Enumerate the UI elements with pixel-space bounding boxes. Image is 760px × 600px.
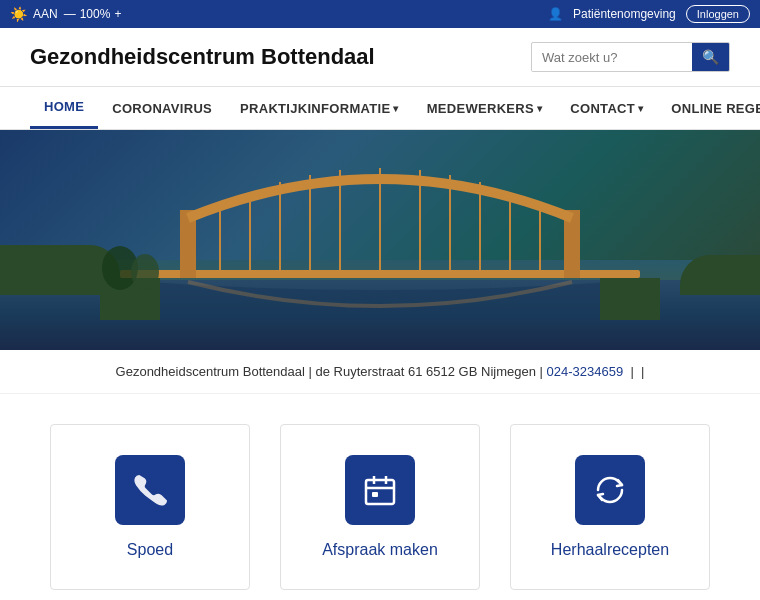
- svg-rect-22: [372, 492, 378, 497]
- login-button[interactable]: Inloggen: [686, 5, 750, 23]
- topbar-logo-label: AAN: [33, 7, 58, 21]
- svg-rect-0: [120, 270, 640, 278]
- topbar-left: ☀️ AAN — 100% +: [10, 6, 121, 22]
- search-input[interactable]: [532, 44, 692, 71]
- card-label-afspraak: Afspraak maken: [322, 541, 438, 559]
- nav-item-home[interactable]: HOME: [30, 87, 98, 129]
- card-icon-herhaalrecepten: [575, 455, 645, 525]
- nav-label-coronavirus: CORONAVIRUS: [112, 101, 212, 116]
- patient-label: Patiëntenomgeving: [573, 7, 676, 21]
- card-icon-spoed: [115, 455, 185, 525]
- search-button[interactable]: 🔍: [692, 43, 729, 71]
- cards-section: Spoed Afspraak maken Herhaalrecepte: [0, 394, 760, 600]
- card-label-herhaalrecepten: Herhaalrecepten: [551, 541, 669, 559]
- card-icon-afspraak: [345, 455, 415, 525]
- topbar: ☀️ AAN — 100% + 👤 Patiëntenomgeving Inlo…: [0, 0, 760, 28]
- zoom-level: 100%: [80, 7, 111, 21]
- zoom-controls: — 100% +: [64, 7, 122, 21]
- info-text: Gezondheidscentrum Bottendaal | de Ruyte…: [116, 364, 543, 379]
- nav-label-contact: CONTACT: [570, 101, 635, 116]
- svg-rect-18: [366, 480, 394, 504]
- nav-item-medewerkers[interactable]: MEDEWERKERS ▾: [413, 89, 557, 128]
- calendar-icon: [362, 472, 398, 508]
- nav-item-praktijkinformatie[interactable]: PRAKTIJKINFORMATIE ▾: [226, 89, 413, 128]
- zoom-plus[interactable]: +: [114, 7, 121, 21]
- nav-item-contact[interactable]: CONTACT ▾: [556, 89, 657, 128]
- phone-link[interactable]: 024-3234659: [547, 364, 624, 379]
- hero-image: [0, 130, 760, 350]
- nav-label-online-regelen: ONLINE REGELEN: [671, 101, 760, 116]
- sun-icon: ☀️: [10, 6, 27, 22]
- info-separator2: |: [641, 364, 644, 379]
- hero-bank-right: [680, 255, 760, 295]
- zoom-minus[interactable]: —: [64, 7, 76, 21]
- nav-item-coronavirus[interactable]: CORONAVIRUS: [98, 89, 226, 128]
- patient-icon: 👤: [548, 7, 563, 21]
- nav-item-online-regelen[interactable]: ONLINE REGELEN ▾: [657, 89, 760, 128]
- card-herhaalrecepten[interactable]: Herhaalrecepten: [510, 424, 710, 590]
- svg-point-17: [131, 254, 159, 290]
- hero-bridge-svg: [100, 160, 660, 320]
- card-label-spoed: Spoed: [127, 541, 173, 559]
- search-form: 🔍: [531, 42, 730, 72]
- main-nav: HOME CORONAVIRUS PRAKTIJKINFORMATIE ▾ ME…: [0, 86, 760, 130]
- refresh-icon: [592, 472, 628, 508]
- header: Gezondheidscentrum Bottendaal 🔍: [0, 28, 760, 86]
- info-separator: |: [630, 364, 633, 379]
- phone-icon: [132, 472, 168, 508]
- nav-label-home: HOME: [44, 99, 84, 114]
- chevron-down-icon: ▾: [537, 103, 542, 114]
- chevron-down-icon: ▾: [638, 103, 643, 114]
- chevron-down-icon: ▾: [393, 103, 398, 114]
- nav-label-praktijkinformatie: PRAKTIJKINFORMATIE: [240, 101, 390, 116]
- site-title: Gezondheidscentrum Bottendaal: [30, 44, 375, 70]
- svg-rect-15: [600, 278, 660, 320]
- card-afspraak[interactable]: Afspraak maken: [280, 424, 480, 590]
- card-spoed[interactable]: Spoed: [50, 424, 250, 590]
- nav-label-medewerkers: MEDEWERKERS: [427, 101, 534, 116]
- topbar-right: 👤 Patiëntenomgeving Inloggen: [548, 5, 750, 23]
- info-bar: Gezondheidscentrum Bottendaal | de Ruyte…: [0, 350, 760, 394]
